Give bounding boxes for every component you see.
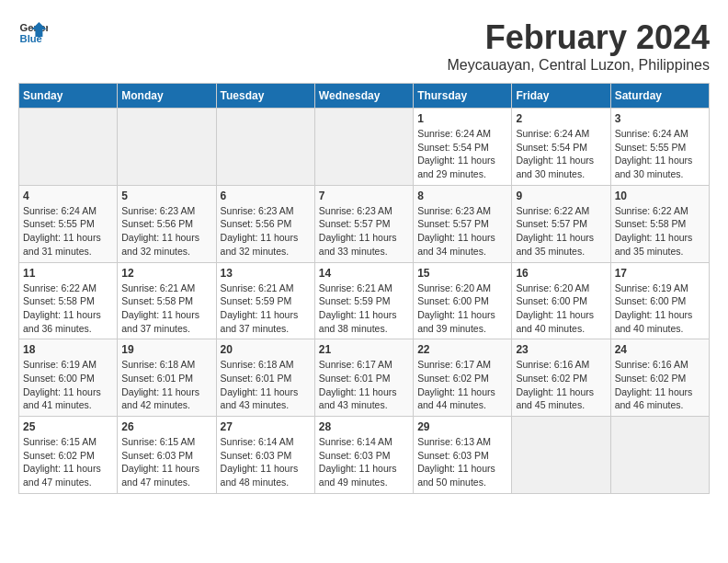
day-info: Sunrise: 6:19 AM Sunset: 6:00 PM Dayligh… [23, 358, 113, 412]
day-info: Sunrise: 6:24 AM Sunset: 5:55 PM Dayligh… [615, 127, 705, 181]
day-info: Sunrise: 6:13 AM Sunset: 6:03 PM Dayligh… [417, 435, 507, 489]
day-number: 19 [121, 343, 211, 356]
calendar-cell: 3Sunrise: 6:24 AM Sunset: 5:55 PM Daylig… [610, 109, 709, 186]
day-info: Sunrise: 6:24 AM Sunset: 5:54 PM Dayligh… [516, 127, 606, 181]
day-info: Sunrise: 6:14 AM Sunset: 6:03 PM Dayligh… [221, 435, 311, 489]
calendar-cell: 26Sunrise: 6:15 AM Sunset: 6:03 PM Dayli… [118, 417, 216, 494]
day-info: Sunrise: 6:22 AM Sunset: 5:58 PM Dayligh… [23, 282, 113, 336]
calendar-table: SundayMondayTuesdayWednesdayThursdayFrid… [18, 83, 710, 494]
calendar-cell: 20Sunrise: 6:18 AM Sunset: 6:01 PM Dayli… [216, 339, 314, 417]
subtitle: Meycauayan, Central Luzon, Philippines [448, 57, 711, 74]
calendar-cell: 15Sunrise: 6:20 AM Sunset: 6:00 PM Dayli… [414, 262, 512, 339]
week-row-1: 1Sunrise: 6:24 AM Sunset: 5:54 PM Daylig… [19, 109, 710, 186]
calendar-cell: 9Sunrise: 6:22 AM Sunset: 5:57 PM Daylig… [512, 185, 610, 262]
calendar-cell: 7Sunrise: 6:23 AM Sunset: 5:57 PM Daylig… [314, 185, 413, 262]
calendar-cell [314, 109, 413, 186]
calendar-cell: 1Sunrise: 6:24 AM Sunset: 5:54 PM Daylig… [414, 109, 512, 186]
day-number: 25 [23, 420, 113, 433]
logo: General Blue [18, 18, 48, 48]
day-number: 17 [615, 267, 705, 280]
day-info: Sunrise: 6:17 AM Sunset: 6:01 PM Dayligh… [319, 358, 409, 412]
day-number: 13 [221, 267, 311, 280]
main-title: February 2024 [448, 18, 711, 57]
day-info: Sunrise: 6:14 AM Sunset: 6:03 PM Dayligh… [319, 435, 409, 489]
calendar-cell: 6Sunrise: 6:23 AM Sunset: 5:56 PM Daylig… [216, 185, 314, 262]
calendar-cell [512, 417, 610, 494]
day-number: 7 [319, 190, 409, 202]
day-info: Sunrise: 6:20 AM Sunset: 6:00 PM Dayligh… [516, 282, 606, 336]
calendar-cell: 12Sunrise: 6:21 AM Sunset: 5:58 PM Dayli… [118, 262, 216, 339]
week-row-4: 18Sunrise: 6:19 AM Sunset: 6:00 PM Dayli… [19, 339, 710, 417]
day-number: 1 [417, 112, 507, 125]
calendar-cell: 25Sunrise: 6:15 AM Sunset: 6:02 PM Dayli… [19, 417, 118, 494]
day-info: Sunrise: 6:16 AM Sunset: 6:02 PM Dayligh… [516, 358, 606, 412]
day-info: Sunrise: 6:22 AM Sunset: 5:58 PM Dayligh… [615, 204, 705, 259]
day-number: 16 [516, 267, 606, 280]
header: General Blue February 2024 Meycauayan, C… [18, 18, 710, 74]
day-info: Sunrise: 6:23 AM Sunset: 5:56 PM Dayligh… [121, 204, 211, 259]
day-number: 20 [221, 343, 311, 356]
calendar-cell: 21Sunrise: 6:17 AM Sunset: 6:01 PM Dayli… [314, 339, 413, 417]
day-number: 11 [23, 267, 113, 280]
day-info: Sunrise: 6:24 AM Sunset: 5:55 PM Dayligh… [23, 204, 113, 259]
day-number: 15 [417, 267, 507, 280]
calendar-cell: 8Sunrise: 6:23 AM Sunset: 5:57 PM Daylig… [414, 185, 512, 262]
day-number: 6 [221, 190, 311, 202]
calendar-cell: 29Sunrise: 6:13 AM Sunset: 6:03 PM Dayli… [414, 417, 512, 494]
calendar-cell: 23Sunrise: 6:16 AM Sunset: 6:02 PM Dayli… [512, 339, 610, 417]
calendar-cell: 11Sunrise: 6:22 AM Sunset: 5:58 PM Dayli… [19, 262, 118, 339]
calendar-cell: 13Sunrise: 6:21 AM Sunset: 5:59 PM Dayli… [216, 262, 314, 339]
day-number: 5 [121, 190, 211, 202]
calendar-cell [610, 417, 709, 494]
calendar-cell: 19Sunrise: 6:18 AM Sunset: 6:01 PM Dayli… [118, 339, 216, 417]
logo-icon: General Blue [18, 18, 48, 48]
calendar-cell: 4Sunrise: 6:24 AM Sunset: 5:55 PM Daylig… [19, 185, 118, 262]
day-number: 10 [615, 190, 705, 202]
day-info: Sunrise: 6:18 AM Sunset: 6:01 PM Dayligh… [121, 358, 211, 412]
week-row-3: 11Sunrise: 6:22 AM Sunset: 5:58 PM Dayli… [19, 262, 710, 339]
calendar-header: SundayMondayTuesdayWednesdayThursdayFrid… [19, 84, 710, 109]
day-number: 28 [319, 420, 409, 433]
day-info: Sunrise: 6:23 AM Sunset: 5:56 PM Dayligh… [221, 204, 311, 259]
day-number: 23 [516, 343, 606, 356]
calendar-cell: 18Sunrise: 6:19 AM Sunset: 6:00 PM Dayli… [19, 339, 118, 417]
calendar-header-thursday: Thursday [414, 84, 512, 109]
week-row-2: 4Sunrise: 6:24 AM Sunset: 5:55 PM Daylig… [19, 185, 710, 262]
day-number: 12 [121, 267, 211, 280]
day-number: 24 [615, 343, 705, 356]
day-info: Sunrise: 6:15 AM Sunset: 6:02 PM Dayligh… [23, 435, 113, 489]
calendar-cell: 17Sunrise: 6:19 AM Sunset: 6:00 PM Dayli… [610, 262, 709, 339]
calendar-cell: 5Sunrise: 6:23 AM Sunset: 5:56 PM Daylig… [118, 185, 216, 262]
day-info: Sunrise: 6:18 AM Sunset: 6:01 PM Dayligh… [221, 358, 311, 412]
day-number: 26 [121, 420, 211, 433]
calendar-header-sunday: Sunday [19, 84, 118, 109]
day-info: Sunrise: 6:21 AM Sunset: 5:59 PM Dayligh… [319, 282, 409, 336]
calendar-header-wednesday: Wednesday [314, 84, 413, 109]
day-info: Sunrise: 6:23 AM Sunset: 5:57 PM Dayligh… [417, 204, 507, 259]
day-info: Sunrise: 6:20 AM Sunset: 6:00 PM Dayligh… [417, 282, 507, 336]
day-info: Sunrise: 6:15 AM Sunset: 6:03 PM Dayligh… [121, 435, 211, 489]
calendar-cell: 2Sunrise: 6:24 AM Sunset: 5:54 PM Daylig… [512, 109, 610, 186]
day-number: 29 [417, 420, 507, 433]
calendar-header-tuesday: Tuesday [216, 84, 314, 109]
calendar-cell: 14Sunrise: 6:21 AM Sunset: 5:59 PM Dayli… [314, 262, 413, 339]
day-info: Sunrise: 6:21 AM Sunset: 5:59 PM Dayligh… [221, 282, 311, 336]
day-info: Sunrise: 6:17 AM Sunset: 6:02 PM Dayligh… [417, 358, 507, 412]
day-number: 3 [615, 112, 705, 125]
calendar-cell: 22Sunrise: 6:17 AM Sunset: 6:02 PM Dayli… [414, 339, 512, 417]
calendar-header-friday: Friday [512, 84, 610, 109]
calendar-header-monday: Monday [118, 84, 216, 109]
day-info: Sunrise: 6:19 AM Sunset: 6:00 PM Dayligh… [615, 282, 705, 336]
day-number: 21 [319, 343, 409, 356]
week-row-5: 25Sunrise: 6:15 AM Sunset: 6:02 PM Dayli… [19, 417, 710, 494]
day-number: 27 [221, 420, 311, 433]
day-number: 14 [319, 267, 409, 280]
day-number: 8 [417, 190, 507, 202]
calendar-cell: 10Sunrise: 6:22 AM Sunset: 5:58 PM Dayli… [610, 185, 709, 262]
title-area: February 2024 Meycauayan, Central Luzon,… [448, 18, 711, 74]
calendar-cell: 28Sunrise: 6:14 AM Sunset: 6:03 PM Dayli… [314, 417, 413, 494]
calendar-cell [216, 109, 314, 186]
day-number: 2 [516, 112, 606, 125]
day-info: Sunrise: 6:16 AM Sunset: 6:02 PM Dayligh… [615, 358, 705, 412]
calendar-cell [19, 109, 118, 186]
